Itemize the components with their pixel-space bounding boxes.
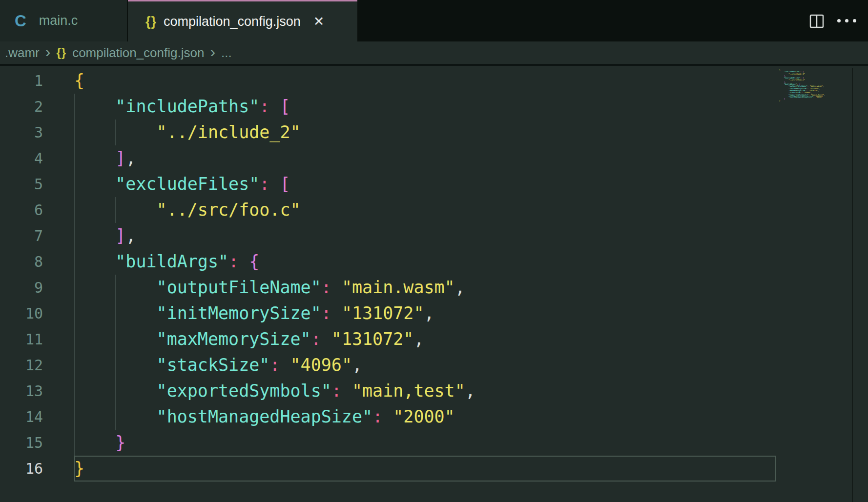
minimap-line: } <box>779 100 850 102</box>
tab-label: compilation_config.json <box>164 14 301 29</box>
breadcrumb-folder[interactable]: .wamr <box>5 45 40 60</box>
c-file-icon: C <box>15 12 26 30</box>
split-editor-icon[interactable] <box>809 13 825 29</box>
tab-label: main.c <box>39 13 78 28</box>
line-number[interactable]: 5 <box>0 171 43 197</box>
minimap-right-border <box>852 68 853 502</box>
line-number[interactable]: 2 <box>0 94 43 120</box>
close-icon[interactable]: ✕ <box>313 14 325 29</box>
code-line[interactable]: 7 ], <box>0 223 868 249</box>
code-line[interactable]: 12 "stackSize": "4096", <box>0 352 868 378</box>
editor-actions <box>809 0 868 41</box>
line-number[interactable]: 4 <box>0 145 43 171</box>
chevron-right-icon: › <box>210 43 215 61</box>
code-line[interactable]: 10 "initMemorySize": "131072", <box>0 301 868 326</box>
breadcrumb: .wamr › {} compilation_config.json › ... <box>0 41 868 66</box>
code-line[interactable]: 13 "exportedSymbols": "main,test", <box>0 378 868 404</box>
line-number[interactable]: 11 <box>0 326 43 352</box>
code-line[interactable]: 11 "maxMemorySize": "131072", <box>0 326 868 352</box>
tab-compilation-config-json[interactable]: {} compilation_config.json ✕ <box>128 0 357 41</box>
line-number[interactable]: 6 <box>0 197 43 223</box>
code-line[interactable]: 1{ <box>0 68 868 94</box>
code-line[interactable]: 3 "../include_2" <box>0 120 868 145</box>
minimap[interactable]: { "includePaths": [ "../include_2" ], "e… <box>779 69 850 102</box>
code-line[interactable]: 4 ], <box>0 145 868 171</box>
code-lines: 1{2 "includePaths": [3 "../include_2"4 ]… <box>0 68 868 482</box>
code-line[interactable]: 6 "../src/foo.c" <box>0 197 868 223</box>
tab-main-c[interactable]: C main.c <box>0 0 127 41</box>
line-number[interactable]: 9 <box>0 275 43 301</box>
line-number[interactable]: 7 <box>0 223 43 249</box>
line-number[interactable]: 8 <box>0 249 43 275</box>
breadcrumb-symbol-more[interactable]: ... <box>221 45 232 60</box>
breadcrumb-file[interactable]: compilation_config.json <box>72 45 204 60</box>
chevron-right-icon: › <box>45 43 51 61</box>
line-number[interactable]: 12 <box>0 352 43 378</box>
code-editor[interactable]: 1{2 "includePaths": [3 "../include_2"4 ]… <box>0 68 868 502</box>
line-number[interactable]: 15 <box>0 430 43 456</box>
code-line[interactable]: 8 "buildArgs": { <box>0 249 868 275</box>
code-line[interactable]: 5 "excludeFiles": [ <box>0 171 868 197</box>
line-number[interactable]: 13 <box>0 378 43 404</box>
line-number[interactable]: 10 <box>0 301 43 326</box>
line-number[interactable]: 16 <box>0 456 43 482</box>
json-braces-icon: {} <box>145 14 157 29</box>
line-number[interactable]: 1 <box>0 68 43 94</box>
code-line[interactable]: 9 "outputFileName": "main.wasm", <box>0 275 868 301</box>
line-number[interactable]: 14 <box>0 404 43 430</box>
more-actions-icon[interactable] <box>837 19 856 22</box>
line-number[interactable]: 3 <box>0 120 43 145</box>
json-braces-icon: {} <box>56 46 66 60</box>
tab-bar: C main.c {} compilation_config.json ✕ <box>0 0 868 41</box>
code-line[interactable]: 14 "hostManagedHeapSize": "2000" <box>0 404 868 430</box>
code-line[interactable]: 2 "includePaths": [ <box>0 94 868 120</box>
code-line[interactable]: 16} <box>0 456 868 482</box>
code-line[interactable]: 15 } <box>0 430 868 456</box>
